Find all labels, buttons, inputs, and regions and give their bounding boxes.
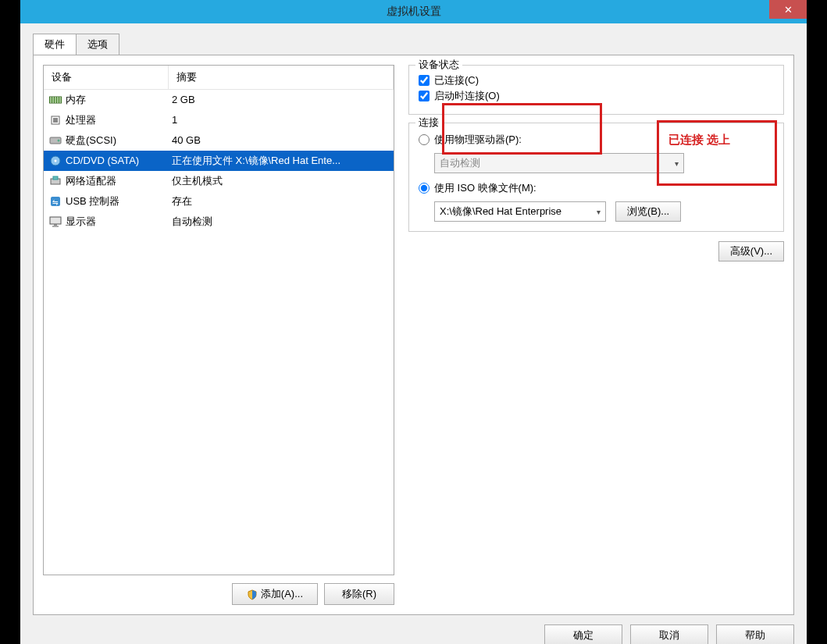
checkbox-connect-on-start[interactable]: [419, 91, 430, 101]
device-summary: 仅主机模式: [172, 173, 389, 190]
svg-point-9: [58, 140, 60, 142]
tab-hardware[interactable]: 硬件: [33, 34, 77, 55]
device-summary: 自动检测: [172, 213, 389, 230]
svg-rect-17: [54, 224, 57, 226]
window-title: 虚拟机设置: [387, 5, 441, 19]
device-summary: 2 GB: [172, 91, 389, 109]
close-button[interactable]: ✕: [769, 0, 807, 19]
checkbox-connected[interactable]: [419, 75, 430, 86]
advanced-button[interactable]: 高级(V)...: [718, 241, 784, 262]
physical-dropdown-row: 自动检测 ▾: [434, 153, 774, 173]
svg-rect-16: [50, 217, 61, 224]
device-row-usb[interactable]: ⇋ USB 控制器 存在: [44, 191, 394, 212]
device-row-display[interactable]: 显示器 自动检测: [44, 212, 394, 232]
device-summary: 40 GB: [172, 132, 389, 149]
svg-rect-7: [53, 118, 58, 123]
radio-iso[interactable]: [419, 183, 430, 194]
device-name: USB 控制器: [66, 193, 172, 210]
status-legend: 设备状态: [415, 58, 462, 72]
cancel-button[interactable]: 取消: [630, 624, 708, 644]
device-name: 网络适配器: [66, 173, 172, 190]
checkbox-connected-label: 已连接(C): [434, 73, 479, 87]
ok-button[interactable]: 确定: [544, 624, 622, 644]
network-icon: [48, 175, 62, 187]
device-name: CD/DVD (SATA): [66, 152, 172, 169]
header-device[interactable]: 设备: [44, 66, 169, 89]
svg-text:⇋: ⇋: [52, 198, 59, 206]
harddisk-icon: [48, 134, 62, 147]
display-icon: [48, 215, 62, 228]
tab-options[interactable]: 选项: [76, 34, 119, 55]
iso-file-row: X:\镜像\Red Hat Enterprise ▾ 浏览(B)...: [434, 201, 774, 222]
header-summary[interactable]: 摘要: [169, 66, 394, 89]
iso-file-dropdown[interactable]: X:\镜像\Red Hat Enterprise ▾: [434, 201, 606, 222]
device-summary: 正在使用文件 X:\镜像\Red Hat Ente...: [172, 152, 389, 169]
add-label: 添加(A)...: [261, 588, 303, 600]
chevron-down-icon: ▾: [675, 159, 679, 168]
checkbox-connect-on-start-label: 启动时连接(O): [434, 89, 500, 103]
radio-iso-row: 使用 ISO 映像文件(M):: [419, 181, 774, 195]
radio-physical-label: 使用物理驱动器(P):: [434, 133, 522, 147]
device-row-cddvd[interactable]: CD/DVD (SATA) 正在使用文件 X:\镜像\Red Hat Ente.…: [44, 151, 394, 171]
device-summary: 1: [172, 112, 389, 129]
svg-rect-13: [53, 176, 58, 180]
titlebar: 虚拟机设置 ✕: [20, 0, 807, 23]
dialog-body: 硬件 选项 设备 摘要 内存 2 GB: [20, 23, 807, 644]
device-summary: 存在: [172, 193, 389, 210]
physical-drive-dropdown: 自动检测 ▾: [434, 153, 684, 173]
close-icon: ✕: [784, 4, 793, 16]
list-body: 内存 2 GB 处理器 1 硬盘(SCSI) 4: [44, 90, 394, 232]
processor-icon: [48, 114, 62, 126]
device-row-processor[interactable]: 处理器 1: [44, 110, 394, 130]
advanced-row: 高级(V)...: [408, 241, 784, 262]
window-frame: 虚拟机设置 ✕ 硬件 选项 设备 摘要: [20, 0, 807, 644]
checkbox-connect-on-start-row: 启动时连接(O): [419, 89, 774, 103]
left-column: 设备 摘要 内存 2 GB 处理器: [43, 65, 394, 605]
device-list[interactable]: 设备 摘要 内存 2 GB 处理器: [43, 65, 394, 575]
usb-icon: ⇋: [48, 195, 62, 208]
checkbox-connected-row: 已连接(C): [419, 73, 774, 87]
device-name: 内存: [66, 91, 172, 109]
cddvd-icon: [48, 155, 62, 167]
memory-icon: [48, 94, 62, 106]
help-button[interactable]: 帮助: [716, 624, 794, 644]
radio-iso-label: 使用 ISO 映像文件(M):: [434, 181, 536, 195]
chevron-down-icon: ▾: [597, 208, 601, 216]
device-row-network[interactable]: 网络适配器 仅主机模式: [44, 171, 394, 191]
radio-physical[interactable]: [419, 134, 430, 145]
browse-button[interactable]: 浏览(B)...: [615, 201, 681, 222]
footer-buttons: 确定 取消 帮助: [20, 624, 807, 644]
list-header: 设备 摘要: [44, 66, 394, 90]
iso-file-value: X:\镜像\Red Hat Enterprise: [440, 205, 561, 219]
add-button[interactable]: 添加(A)...: [232, 583, 318, 605]
list-buttons: 添加(A)... 移除(R): [43, 583, 394, 605]
device-row-memory[interactable]: 内存 2 GB: [44, 90, 394, 110]
connection-legend: 连接: [415, 116, 442, 130]
device-status-group: 设备状态 已连接(C) 启动时连接(O): [408, 65, 784, 115]
device-name: 处理器: [66, 112, 172, 129]
svg-point-11: [55, 160, 57, 162]
device-row-harddisk[interactable]: 硬盘(SCSI) 40 GB: [44, 130, 394, 151]
device-name: 硬盘(SCSI): [66, 132, 172, 149]
shield-icon: [247, 589, 258, 600]
physical-drive-value: 自动检测: [440, 156, 480, 170]
tab-bar: 硬件 选项: [33, 33, 794, 55]
annotation-text: 已连接 选上: [668, 133, 730, 148]
remove-button[interactable]: 移除(R): [324, 583, 394, 605]
device-name: 显示器: [66, 213, 172, 230]
